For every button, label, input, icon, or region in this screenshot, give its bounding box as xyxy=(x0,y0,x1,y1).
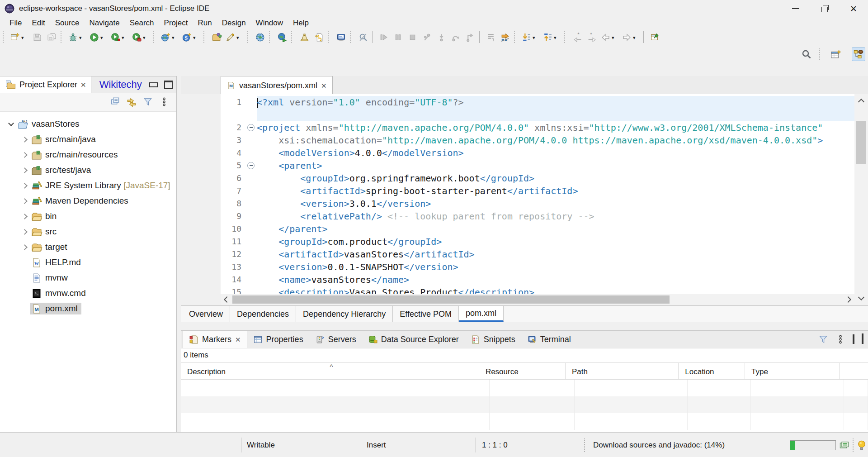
dropdown-caret-icon[interactable] xyxy=(554,33,557,41)
next-edit-location-button[interactable]: * xyxy=(585,30,599,44)
tab-project-explorer[interactable]: Project Explorer xyxy=(0,76,91,93)
scrollbar-thumb[interactable] xyxy=(232,295,670,304)
tree-item-jre-system-library[interactable]: JRE System Library [JavaSE-17] xyxy=(0,178,176,193)
minimize-button[interactable] xyxy=(853,335,854,343)
new-web-wizard-button[interactable] xyxy=(160,30,180,44)
page-tab-pom-xml[interactable]: pom.xml xyxy=(459,306,504,322)
menu-search[interactable]: Search xyxy=(125,19,159,28)
step-return-button[interactable] xyxy=(463,30,477,44)
dropdown-caret-icon[interactable] xyxy=(79,33,82,41)
tree-item-vasanstores[interactable]: MJvasanStores xyxy=(0,116,176,132)
collapse-all-button[interactable] xyxy=(110,97,121,108)
expand-arrow-icon[interactable] xyxy=(19,199,30,203)
scroll-up-icon[interactable] xyxy=(854,96,868,106)
ant-build-button[interactable] xyxy=(297,30,311,44)
debug-button[interactable] xyxy=(67,30,87,44)
profile-button[interactable] xyxy=(131,30,151,44)
dropdown-caret-icon[interactable] xyxy=(122,33,124,41)
tree-item-src-main-resources[interactable]: src/main/resources xyxy=(0,147,176,162)
close-view-icon[interactable] xyxy=(80,80,86,90)
search-occurrences-button[interactable] xyxy=(356,30,370,44)
expand-arrow-icon[interactable] xyxy=(19,230,30,234)
page-tab-overview[interactable]: Overview xyxy=(182,306,230,322)
menu-edit[interactable]: Edit xyxy=(27,19,50,28)
filter-button[interactable] xyxy=(143,97,154,108)
restore-window-button[interactable] xyxy=(810,0,839,17)
minimize-view-icon[interactable] xyxy=(149,82,158,87)
column-header-resource[interactable]: Resource xyxy=(479,363,566,379)
fold-collapse-icon[interactable] xyxy=(247,162,255,169)
expand-arrow-icon[interactable] xyxy=(19,245,30,249)
view-tab-properties[interactable]: Properties xyxy=(247,331,309,348)
expand-arrow-icon[interactable] xyxy=(19,184,30,188)
vertical-scrollbar[interactable] xyxy=(854,94,868,305)
dropdown-caret-icon[interactable] xyxy=(193,33,196,41)
page-tab-dependencies[interactable]: Dependencies xyxy=(230,306,296,322)
scroll-down-icon[interactable] xyxy=(854,293,868,303)
maximize-view-icon[interactable] xyxy=(164,81,173,89)
expand-arrow-icon[interactable] xyxy=(19,153,30,157)
menu-window[interactable]: Window xyxy=(251,19,288,28)
tree-item-pom-xml[interactable]: Mpom.xml xyxy=(0,301,176,316)
run-button[interactable] xyxy=(88,30,108,44)
tree-item-maven-dependencies[interactable]: Maven Dependencies xyxy=(0,193,176,209)
fold-collapse-icon[interactable] xyxy=(247,124,255,131)
menu-help[interactable]: Help xyxy=(288,19,314,28)
menu-run[interactable]: Run xyxy=(193,19,217,28)
column-header-location[interactable]: Location xyxy=(679,363,745,379)
tree-item-mvnw-cmd[interactable]: mvnw.cmd xyxy=(0,286,176,301)
tree-item-help-md[interactable]: WHELP.md xyxy=(0,255,176,270)
spring-wizard-button[interactable]: S xyxy=(181,30,201,44)
view-tab-data-source-explorer[interactable]: Data Source Explorer xyxy=(362,331,465,348)
back-button[interactable] xyxy=(599,30,620,44)
tree-item-mvnw[interactable]: mvnw xyxy=(0,270,176,286)
view-tab-markers[interactable]: Markers xyxy=(183,331,247,348)
minimize-window-button[interactable] xyxy=(781,0,810,17)
next-annotation-button[interactable] xyxy=(520,30,541,44)
close-editor-icon[interactable] xyxy=(321,81,327,90)
expand-arrow-icon[interactable] xyxy=(19,214,30,219)
xml-transform-button[interactable] xyxy=(312,30,326,44)
tree-item-target[interactable]: target xyxy=(0,239,176,255)
pause-button[interactable] xyxy=(391,30,405,44)
dropdown-caret-icon[interactable] xyxy=(100,33,103,41)
collapse-arrow-icon[interactable] xyxy=(5,123,16,125)
javaee-perspective-button[interactable] xyxy=(852,48,865,61)
open-perspective-button[interactable] xyxy=(830,48,842,61)
dropdown-caret-icon[interactable] xyxy=(21,33,24,41)
open-resource-button[interactable] xyxy=(210,30,223,44)
tree-item-src-test-java[interactable]: src/test/java xyxy=(0,162,176,178)
menu-file[interactable]: File xyxy=(5,19,27,28)
filter-button[interactable] xyxy=(818,334,828,344)
horizontal-scrollbar[interactable] xyxy=(221,294,854,305)
dropdown-caret-icon[interactable] xyxy=(236,33,239,41)
forward-button[interactable] xyxy=(621,30,641,44)
scroll-left-icon[interactable] xyxy=(221,294,231,305)
dropdown-caret-icon[interactable] xyxy=(633,33,636,41)
coverage-button[interactable] xyxy=(109,30,130,44)
previous-annotation-button[interactable] xyxy=(542,30,562,44)
menu-design[interactable]: Design xyxy=(217,19,251,28)
pin-editor-button[interactable] xyxy=(648,30,661,44)
tree-item-bin[interactable]: bin xyxy=(0,209,176,224)
view-tab-servers[interactable]: Servers xyxy=(309,331,362,348)
expand-arrow-icon[interactable] xyxy=(19,168,30,172)
skip-breakpoints-button[interactable] xyxy=(498,30,512,44)
view-tab-terminal[interactable]: Terminal xyxy=(521,331,577,348)
dropdown-caret-icon[interactable] xyxy=(533,33,535,41)
resume-button[interactable] xyxy=(377,30,390,44)
save-button[interactable] xyxy=(30,30,44,44)
deploy-button[interactable] xyxy=(275,30,289,44)
search-icon[interactable] xyxy=(800,48,813,61)
menu-source[interactable]: Source xyxy=(50,19,85,28)
tree-item-src[interactable]: src xyxy=(0,224,176,239)
close-window-button[interactable] xyxy=(839,0,868,17)
view-menu-button[interactable] xyxy=(159,97,170,108)
editor-tab-pom-xml[interactable]: M vasanStores/pom.xml xyxy=(221,76,333,95)
console-button[interactable] xyxy=(334,30,348,44)
tab-wikitechy[interactable]: Wikitechy xyxy=(91,76,146,93)
previous-edit-location-button[interactable]: * xyxy=(571,30,584,44)
disconnect-button[interactable] xyxy=(420,30,434,44)
column-header-path[interactable]: Path xyxy=(566,363,679,379)
column-header-type[interactable]: Type xyxy=(745,363,840,379)
